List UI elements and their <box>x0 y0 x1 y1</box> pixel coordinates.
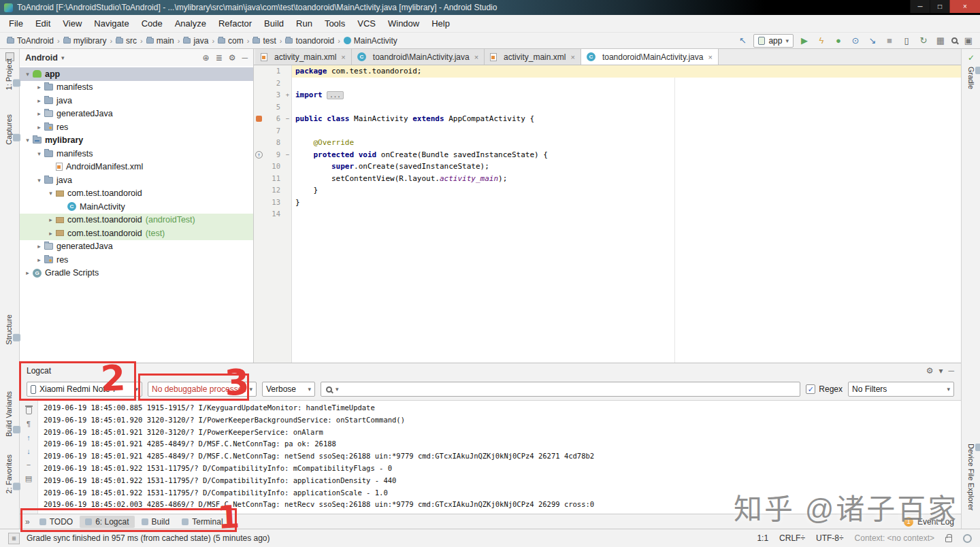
breadcrumb-item-com[interactable]: com <box>216 36 245 46</box>
tool-button-captures[interactable]: Captures <box>5 114 20 145</box>
editor-tab-toandroid-mainactivity-java[interactable]: Ctoandroid\MainActivity.java× <box>352 49 485 65</box>
collapse-all-icon[interactable]: ≣ <box>216 53 223 63</box>
minimize-button[interactable]: ─ <box>910 0 930 13</box>
tree-collapsed-arrow-icon[interactable]: ▸ <box>34 243 44 250</box>
tree-row-com-test-toandoroid-androidtest[interactable]: ▸com.test.toandoroid(androidTest) <box>20 214 253 227</box>
breadcrumb-item-mainactivity[interactable]: MainActivity <box>342 36 399 46</box>
tool-window-tab-terminal[interactable]: Terminal <box>176 516 228 528</box>
search-everywhere-icon[interactable] <box>951 37 958 44</box>
overflow-chevron-icon[interactable]: » <box>22 517 33 527</box>
menu-item-build[interactable]: Build <box>258 16 290 31</box>
tree-collapsed-arrow-icon[interactable]: ▸ <box>46 230 56 237</box>
editor-tab-activity-main-xml[interactable]: activity_main.xml× <box>485 49 581 65</box>
breadcrumb-item-toandoroid[interactable]: toandoroid <box>284 36 336 46</box>
close-icon[interactable]: × <box>570 53 574 61</box>
tree-row-manifests[interactable]: ▸manifests <box>20 81 253 95</box>
close-icon[interactable]: × <box>708 53 712 61</box>
menu-item-edit[interactable]: Edit <box>29 16 56 31</box>
close-icon[interactable]: × <box>341 53 345 61</box>
tree-row-java[interactable]: ▸java <box>20 94 253 107</box>
encoding-selector[interactable]: UTF-8÷ <box>816 533 844 543</box>
breadcrumb-item-main[interactable]: main <box>145 36 176 46</box>
breadcrumb-item-src[interactable]: src <box>114 36 138 46</box>
breadcrumb-item-java[interactable]: java <box>182 36 210 46</box>
caret-position[interactable]: 1:1 <box>757 533 768 543</box>
tree-row-res[interactable]: ▸res <box>20 120 253 134</box>
menu-item-refactor[interactable]: Refactor <box>212 16 258 31</box>
code-editor[interactable]: 123+56−78↑9−1011121314 package com.test.… <box>254 65 961 363</box>
tree-row-androidmanifest-xml[interactable]: AndroidManifest.xml <box>20 161 253 174</box>
menu-item-help[interactable]: Help <box>425 16 456 31</box>
scroll-up-icon[interactable]: ↑ <box>27 434 31 442</box>
filter-selector[interactable]: No Filters ▾ <box>848 382 954 397</box>
tool-button-1-project[interactable]: 1: Project <box>5 59 20 90</box>
tree-expanded-arrow-icon[interactable]: ▾ <box>22 137 33 144</box>
run-configuration-selector[interactable]: app ▾ <box>753 34 794 48</box>
tree-collapsed-arrow-icon[interactable]: ▸ <box>34 84 44 90</box>
tree-expanded-arrow-icon[interactable]: ▾ <box>34 150 44 157</box>
device-selector[interactable]: Xiaomi Redmi Note 7 ▾ <box>27 382 142 397</box>
tree-collapsed-arrow-icon[interactable]: ▸ <box>46 216 56 223</box>
tree-collapsed-arrow-icon[interactable]: ▸ <box>34 256 44 263</box>
tree-collapsed-arrow-icon[interactable]: ▸ <box>34 110 44 117</box>
tool-button-2-favorites[interactable]: 2: Favorites <box>5 454 20 493</box>
locate-file-icon[interactable]: ⊕ <box>203 53 210 63</box>
tool-window-tab-6-logcat[interactable]: 6: Logcat <box>80 516 134 528</box>
process-selector[interactable]: No debuggable processes ▾ <box>148 382 257 397</box>
menu-item-vcs[interactable]: VCS <box>351 16 382 31</box>
menu-item-window[interactable]: Window <box>382 16 425 31</box>
tree-row-com-test-toandoroid[interactable]: ▾com.test.toandoroid <box>20 187 253 201</box>
editor-tab-activity-main-xml[interactable]: activity_main.xml× <box>255 49 352 65</box>
breadcrumb-item-test[interactable]: test <box>251 36 277 46</box>
clear-logcat-icon[interactable] <box>26 407 32 414</box>
menu-item-view[interactable]: View <box>56 16 88 31</box>
regex-checkbox[interactable]: ✓ Regex <box>806 384 843 394</box>
make-project-icon[interactable]: ↖ <box>736 35 749 47</box>
tree-row-res[interactable]: ▸res <box>20 253 253 267</box>
tree-row-generatedjava[interactable]: ▸generatedJava <box>20 240 253 254</box>
chevron-down-icon[interactable]: ▾ <box>938 366 943 376</box>
tool-button-structure[interactable]: Structure <box>5 314 20 345</box>
tree-expanded-arrow-icon[interactable]: ▾ <box>46 190 56 197</box>
tree-row-app[interactable]: ▾app <box>20 67 253 81</box>
logcat-search-field[interactable]: ▾ <box>321 382 800 397</box>
tree-row-generatedjava[interactable]: ▸generatedJava <box>20 107 253 121</box>
stop-icon[interactable]: ■ <box>883 35 896 47</box>
menu-item-tools[interactable]: Tools <box>318 16 351 31</box>
close-button[interactable]: × <box>949 0 980 13</box>
breadcrumb-item-mylibrary[interactable]: mylibrary <box>62 36 108 46</box>
tree-collapsed-arrow-icon[interactable]: ▸ <box>22 269 33 276</box>
print-icon[interactable]: ▤ <box>25 475 32 482</box>
search-input[interactable] <box>342 384 796 394</box>
fold-marker-icon[interactable]: + <box>284 89 291 101</box>
close-icon[interactable]: × <box>474 53 478 61</box>
settings-gear-icon[interactable]: ⚙ <box>229 53 236 63</box>
tree-expanded-arrow-icon[interactable]: ▾ <box>34 177 44 184</box>
tree-collapsed-arrow-icon[interactable]: ▸ <box>34 97 44 104</box>
fold-marker-icon[interactable]: − <box>284 149 291 161</box>
collapse-all-icon[interactable]: − <box>27 461 31 469</box>
avd-manager-icon[interactable]: ▯ <box>900 35 913 47</box>
run-icon[interactable]: ▶ <box>798 35 811 47</box>
tool-button-build-variants[interactable]: Build Variants <box>5 391 20 437</box>
apply-changes-icon[interactable]: ϟ <box>815 35 828 47</box>
tool-window-toggle-icon[interactable]: ≡ <box>8 533 20 544</box>
soft-wrap-icon[interactable]: ¶ <box>27 420 31 428</box>
tree-row-com-test-toandoroid-test[interactable]: ▸com.test.toandoroid(test) <box>20 227 253 240</box>
settings-gear-icon[interactable]: ⚙ <box>926 366 934 376</box>
menu-item-navigate[interactable]: Navigate <box>88 16 135 31</box>
log-level-selector[interactable]: Verbose ▾ <box>262 382 315 397</box>
project-view-selector[interactable]: Android ▾ <box>25 53 64 63</box>
hide-panel-icon[interactable]: ─ <box>948 366 954 376</box>
checkbox[interactable]: ✓ <box>806 384 815 394</box>
layout-windows-icon[interactable]: ▣ <box>962 35 975 47</box>
tree-row-mainactivity[interactable]: CMainActivity <box>20 200 253 214</box>
logcat-output[interactable]: 2019-06-19 18:45:00.885 1915-1915/? I/Ke… <box>38 401 961 514</box>
breadcrumb-item-toandroid[interactable]: ToAndroid <box>5 36 55 46</box>
tool-button-gradle[interactable]: Gradle <box>967 67 980 89</box>
tree-row-mylibrary[interactable]: ▾mylibrary <box>20 134 253 148</box>
tree-row-manifests[interactable]: ▾manifests <box>20 147 253 161</box>
debug-icon[interactable]: ● <box>832 35 845 47</box>
tree-expanded-arrow-icon[interactable]: ▾ <box>22 71 33 78</box>
profiler-icon[interactable]: ⊙ <box>849 35 862 47</box>
